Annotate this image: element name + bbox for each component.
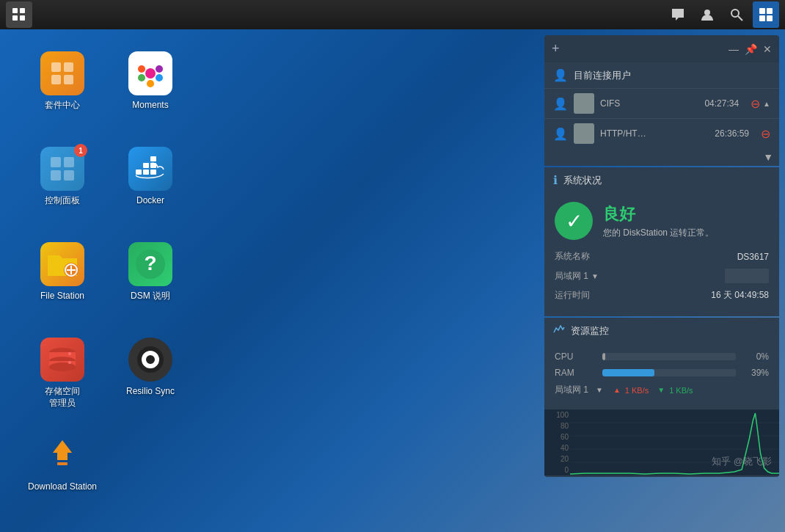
desktop-icon-dsm-help[interactable]: ? DSM 说明 <box>110 235 191 330</box>
svg-point-42 <box>68 352 71 355</box>
widget-status-titlebar: ℹ 系统状况 <box>544 167 779 193</box>
svg-rect-13 <box>51 75 61 84</box>
status-good-text: 良好 <box>603 203 714 225</box>
svg-rect-24 <box>64 170 74 181</box>
svg-line-6 <box>738 16 742 21</box>
svg-rect-22 <box>64 157 74 167</box>
resource-body: CPU 0% RAM 39% 局域网 1 ▼ ▲ <box>544 344 779 409</box>
net-monitor-label: 局域网 1 <box>555 384 588 396</box>
net-up-icon: ▲ <box>613 386 621 394</box>
svg-rect-10 <box>767 15 773 21</box>
chart-label-100: 100 <box>547 411 569 419</box>
app-grid-icon[interactable] <box>6 1 32 28</box>
user-disconnect-button-1[interactable]: ⊖ <box>761 127 770 141</box>
status-uptime-row: 运行时间 16 天 04:49:58 <box>555 289 769 302</box>
user-time-0: 04:27:34 <box>704 98 739 109</box>
panel-close-button[interactable]: ✕ <box>763 43 772 55</box>
resilio-sync-label: Resilio Sync <box>126 386 175 398</box>
taskbar-right <box>665 1 785 28</box>
desktop-icons: 套件中心 Moments <box>22 44 198 521</box>
storage-manager-icon <box>40 338 84 382</box>
desktop-icon-docker[interactable]: Docker <box>110 139 191 235</box>
cpu-pct: 0% <box>743 351 769 362</box>
status-checkmark: ✓ <box>555 202 593 240</box>
chart-label-80: 80 <box>547 422 569 430</box>
dsm-help-label: DSM 说明 <box>131 291 170 302</box>
panel-controls: — 📌 ✕ <box>729 43 772 55</box>
panel-minimize-button[interactable]: — <box>729 43 739 55</box>
chart-label-40: 40 <box>547 444 569 452</box>
storage-manager-label: 存储空间 管理员 <box>45 386 80 409</box>
svg-point-41 <box>49 362 76 371</box>
user-expand-button-0[interactable]: ▲ <box>763 100 770 108</box>
chart-label-60: 60 <box>547 433 569 441</box>
svg-rect-23 <box>51 170 61 181</box>
user-button[interactable] <box>694 1 720 28</box>
window-manager-button[interactable] <box>753 1 779 28</box>
status-system-name-row: 系统名称 DS3617 <box>555 250 769 263</box>
widget-connected-users: 👤 目前连接用户 👤 CIFS 04:27:34 ⊖ ▲ 👤 HTTP/HT… … <box>544 62 779 166</box>
network-chart: 100 80 60 40 20 0 <box>544 409 779 475</box>
network-label: 局域网 1 <box>555 270 588 283</box>
ram-row: RAM 39% <box>555 368 769 378</box>
user-disconnect-button-0[interactable]: ⊖ <box>751 97 760 111</box>
desktop-icon-file-station[interactable]: File Station <box>22 235 103 330</box>
net-up-value: 1 KB/s <box>625 386 649 395</box>
widget-resource-titlebar: 资源监控 <box>544 318 779 344</box>
net-monitor-dropdown[interactable]: ▼ <box>596 386 603 394</box>
widget-users-expand-button[interactable]: ▼ <box>763 151 773 163</box>
chart-svg-container <box>570 409 779 475</box>
widget-resource-monitor: 资源监控 CPU 0% RAM 39% 局 <box>544 318 779 477</box>
file-station-label: File Station <box>40 291 84 302</box>
desktop-icon-resilio-sync[interactable]: Resilio Sync <box>110 330 191 426</box>
user-row-1: 👤 HTTP/HT… 26:36:59 ⊖ <box>544 118 779 148</box>
status-body: ✓ 良好 您的 DiskStation 运转正常。 系统名称 DS3617 局域… <box>544 193 779 316</box>
desktop-icon-storage-manager[interactable]: 存储空间 管理员 <box>22 330 103 426</box>
svg-point-20 <box>147 80 154 87</box>
desktop-icon-download-station[interactable]: Download Station <box>22 426 103 521</box>
download-station-icon <box>40 433 84 477</box>
ram-bar-bg <box>602 369 736 376</box>
network-dropdown-button[interactable]: ▼ <box>591 272 599 280</box>
svg-rect-28 <box>143 163 149 168</box>
taskbar-left <box>0 1 32 28</box>
chat-button[interactable] <box>665 1 691 28</box>
user-protocol-0: CIFS <box>600 98 698 109</box>
svg-point-16 <box>138 65 145 73</box>
network-monitor-row: 局域网 1 ▼ ▲ 1 KB/s ▼ 1 KB/s <box>555 384 769 396</box>
user-avatar-0 <box>574 93 594 114</box>
chart-label-20: 20 <box>547 455 569 463</box>
widget-status-title: 系统状况 <box>563 174 770 187</box>
pkg-center-icon <box>40 51 84 95</box>
svg-rect-1 <box>20 8 25 13</box>
svg-point-5 <box>731 10 739 17</box>
chart-label-0: 0 <box>547 466 569 474</box>
user-avatar-1 <box>574 123 594 144</box>
docker-label: Docker <box>136 195 164 207</box>
cpu-row: CPU 0% <box>555 351 769 362</box>
desktop-icon-moments[interactable]: Moments <box>110 44 191 139</box>
svg-point-15 <box>145 68 156 79</box>
resilio-sync-icon <box>128 338 172 382</box>
user-time-1: 26:36:59 <box>715 128 749 139</box>
control-panel-badge: 1 <box>74 144 87 157</box>
svg-rect-12 <box>64 62 73 72</box>
status-main: ✓ 良好 您的 DiskStation 运转正常。 <box>555 202 769 240</box>
search-button[interactable] <box>723 1 750 28</box>
desktop-icon-pkg-center[interactable]: 套件中心 <box>22 44 103 139</box>
user-row-0: 👤 CIFS 04:27:34 ⊖ ▲ <box>544 88 779 118</box>
svg-rect-9 <box>759 15 765 21</box>
desktop: 套件中心 Moments <box>0 29 785 532</box>
moments-label: Moments <box>132 100 168 112</box>
panel-pin-button[interactable]: 📌 <box>745 43 757 55</box>
dsm-help-icon: ? <box>128 242 172 286</box>
users-title-icon: 👤 <box>553 68 568 82</box>
net-down-value: 1 KB/s <box>669 386 693 395</box>
chart-y-labels: 100 80 60 40 20 0 <box>544 409 570 475</box>
add-widget-button[interactable]: + <box>552 41 560 57</box>
uptime-value: 16 天 04:49:58 <box>711 289 769 302</box>
svg-rect-3 <box>20 15 25 21</box>
desktop-icon-control-panel[interactable]: 1 控制面板 <box>22 139 103 235</box>
uptime-label: 运行时间 <box>555 289 590 302</box>
svg-rect-21 <box>51 157 61 167</box>
